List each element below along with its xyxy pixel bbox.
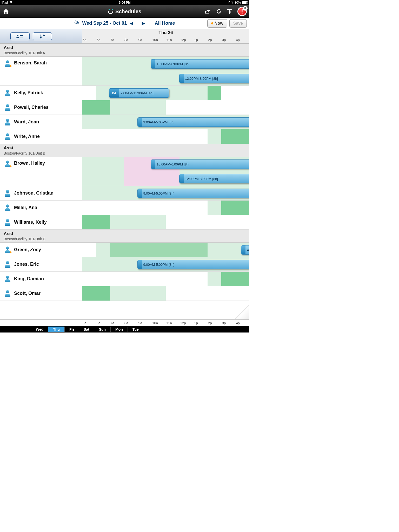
prev-arrow-icon[interactable]: ◀ xyxy=(130,21,134,26)
row-timeline[interactable]: 9:00AM-5:00PM [8h] xyxy=(82,257,249,271)
nav-bar: Schedules ! 8 xyxy=(0,5,249,18)
day-tab[interactable]: Sat xyxy=(79,327,94,332)
row-timeline[interactable]: D47:00AM-11:00AM [4h] xyxy=(82,86,249,100)
time-cell: 12p xyxy=(180,36,194,43)
home-button[interactable] xyxy=(3,8,9,15)
shift-label: 9:00AM-5:00PM [8h] xyxy=(143,191,174,195)
page-curl-icon[interactable] xyxy=(235,305,249,320)
group-sub: Boston/Facility 101/Unit A xyxy=(4,51,246,55)
shift-block[interactable]: 10:00AM-6:00PM [8h] xyxy=(151,159,249,169)
assign-button[interactable] xyxy=(10,32,30,40)
time-cell: 3p xyxy=(222,320,236,326)
gear-icon[interactable] xyxy=(75,20,79,26)
availability-slot xyxy=(208,86,221,100)
row-timeline[interactable] xyxy=(82,201,249,215)
shift-block[interactable]: 9:00AM-5:00PM [8h] xyxy=(137,260,249,269)
row-left: King, Damian xyxy=(0,272,82,286)
bottom-time-row: 5a6a7a8a9a10a11a12p1p2p3p4p xyxy=(0,320,249,326)
availability-slot xyxy=(208,201,221,215)
row-timeline[interactable] xyxy=(82,286,249,301)
group-header: AsstBoston/Facility 101/Unit B xyxy=(0,144,249,157)
row-timeline[interactable]: 4: xyxy=(82,243,249,257)
date-range[interactable]: Wed Sep 25 - Oct 01 xyxy=(82,21,127,26)
availability-slot xyxy=(110,215,166,229)
shift-block[interactable]: 4: xyxy=(241,245,249,255)
next-arrow-icon[interactable]: ▶ xyxy=(142,21,145,26)
shift-block[interactable]: 9:00AM-5:00PM [8h] xyxy=(137,189,249,198)
shift-block[interactable]: 12:00PM-8:00PM [8h] xyxy=(179,74,249,83)
availability-slot xyxy=(221,272,249,286)
row-timeline[interactable]: 9:00AM-5:00PM [8h] xyxy=(82,115,249,129)
day-tab[interactable]: Mon xyxy=(110,327,128,332)
row-timeline[interactable]: 10:00AM-6:00PM [8h]12:00PM-8:00PM [8h] xyxy=(82,57,249,85)
schedule-row[interactable]: Kelly, PatrickD47:00AM-11:00AM [4h] xyxy=(0,86,249,100)
availability-slot xyxy=(110,243,208,257)
person-icon xyxy=(4,219,11,226)
save-button[interactable]: Save xyxy=(229,19,247,28)
alert-count-badge: 8 xyxy=(243,6,248,11)
time-cell: 4p xyxy=(235,320,249,326)
row-timeline[interactable] xyxy=(82,100,249,115)
alert-button[interactable]: ! 8 xyxy=(237,7,247,16)
day-tab[interactable]: Wed xyxy=(31,327,48,332)
person-name: Johnson, Cristian xyxy=(14,190,54,196)
day-tab[interactable]: Sun xyxy=(94,327,110,332)
group-sub: Boston/Facility 101/Unit B xyxy=(4,151,246,155)
person-name: Williams, Kelly xyxy=(14,220,47,225)
time-cell: 11a xyxy=(166,36,180,43)
row-timeline[interactable] xyxy=(82,215,249,229)
day-tab[interactable]: Fri xyxy=(64,327,79,332)
schedule-row[interactable]: King, Damian xyxy=(0,272,249,286)
schedule-content: AsstBoston/Facility 101/Unit ABenson, Sa… xyxy=(0,44,249,320)
shift-block[interactable]: 9:00AM-5:00PM [8h] xyxy=(137,117,249,127)
availability-slot xyxy=(110,286,166,301)
shift-block[interactable]: 12:00PM-8:00PM [8h] xyxy=(179,174,249,183)
person-name: Jones, Eric xyxy=(14,262,39,267)
schedule-row[interactable]: Green, Zoey4: xyxy=(0,243,249,257)
schedule-row[interactable]: Scott, Omar xyxy=(0,286,249,301)
day-tab[interactable]: Thu xyxy=(48,327,64,332)
row-timeline[interactable]: 10:00AM-6:00PM [8h]12:00PM-8:00PM [8h] xyxy=(82,157,249,186)
day-tab[interactable]: Tue xyxy=(128,327,143,332)
row-timeline[interactable]: 9:00AM-5:00PM [8h] xyxy=(82,186,249,200)
sub-header: Wed Sep 25 - Oct 01 ◀ ▶ │ All Home Now S… xyxy=(0,18,249,29)
time-cell: 5a xyxy=(82,320,96,326)
time-cell: 11a xyxy=(166,320,180,326)
schedule-row[interactable]: Johnson, Cristian9:00AM-5:00PM [8h] xyxy=(0,186,249,201)
shift-label: 10:00AM-6:00PM [8h] xyxy=(157,162,189,166)
schedule-row[interactable]: Write, Anne xyxy=(0,129,249,144)
group-sub: Boston/Facility 101/Unit C xyxy=(4,237,246,241)
time-cell: 12p xyxy=(180,320,194,326)
person-icon xyxy=(4,119,11,125)
row-left: Benson, Sarah xyxy=(0,57,82,85)
download-icon[interactable] xyxy=(227,8,233,15)
shift-label: 10:00AM-6:00PM [8h] xyxy=(157,62,189,66)
shift-block[interactable]: 10:00AM-6:00PM [8h] xyxy=(151,59,249,69)
schedule-row[interactable]: Williams, Kelly xyxy=(0,215,249,230)
time-cell: 6a xyxy=(96,320,110,326)
group-header: AsstBoston/Facility 101/Unit A xyxy=(0,44,249,57)
time-cell: 8a xyxy=(124,36,138,43)
person-name: Miller, Ana xyxy=(14,205,37,210)
share-icon[interactable] xyxy=(205,8,211,15)
schedule-row[interactable]: Brown, Hailey10:00AM-6:00PM [8h]12:00PM-… xyxy=(0,157,249,186)
row-timeline[interactable] xyxy=(82,272,249,286)
row-left: Brown, Hailey xyxy=(0,157,82,186)
schedule-row[interactable]: Ward, Joan9:00AM-5:00PM [8h] xyxy=(0,115,249,129)
refresh-icon[interactable] xyxy=(216,8,222,15)
time-cell: 5a xyxy=(82,36,96,43)
schedule-row[interactable]: Benson, Sarah10:00AM-6:00PM [8h]12:00PM-… xyxy=(0,57,249,86)
row-timeline[interactable] xyxy=(82,129,249,144)
filter-label[interactable]: All Home xyxy=(155,21,175,26)
time-cell: 9a xyxy=(138,320,152,326)
app-logo-icon xyxy=(108,9,113,14)
sort-button[interactable] xyxy=(33,32,52,40)
schedule-row[interactable]: Jones, Eric9:00AM-5:00PM [8h] xyxy=(0,257,249,272)
svg-point-1 xyxy=(17,35,18,36)
now-button[interactable]: Now xyxy=(207,19,227,28)
row-left: Green, Zoey xyxy=(0,243,82,257)
shift-block[interactable]: D47:00AM-11:00AM [4h] xyxy=(109,88,169,98)
schedule-row[interactable]: Powell, Charles xyxy=(0,100,249,115)
person-name: Benson, Sarah xyxy=(14,60,47,66)
schedule-row[interactable]: Miller, Ana xyxy=(0,201,249,215)
